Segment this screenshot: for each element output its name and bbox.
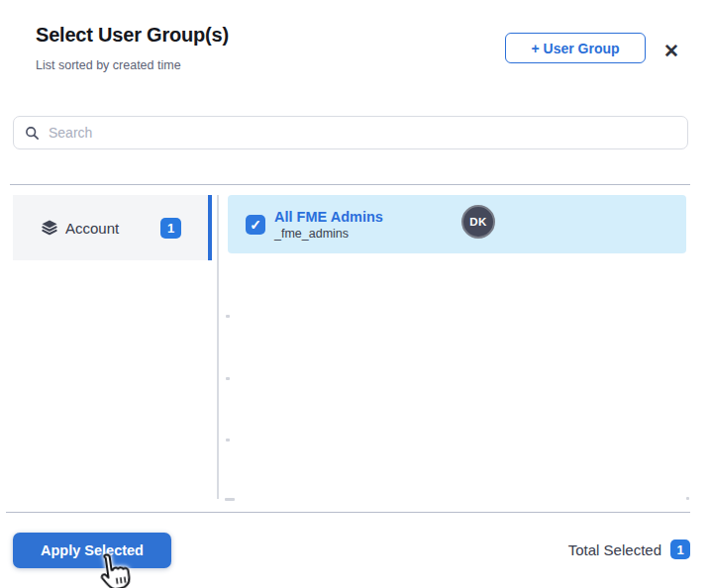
- apply-selected-button[interactable]: Apply Selected: [13, 533, 171, 568]
- sidebar-item-label: Account: [65, 220, 119, 237]
- group-checkbox[interactable]: ✓: [246, 215, 265, 235]
- total-selected: Total Selected 1: [568, 539, 690, 559]
- close-icon: ✕: [663, 42, 679, 60]
- page-title: Select User Group(s): [36, 24, 229, 47]
- total-selected-label: Total Selected: [568, 541, 661, 558]
- search-icon: [25, 126, 40, 141]
- panel-divider: [217, 195, 219, 499]
- group-name: All FME Admins: [274, 209, 383, 225]
- select-user-group-modal: Select User Group(s) List sorted by crea…: [0, 0, 711, 588]
- layers-icon: [40, 218, 59, 238]
- avatar: DK: [461, 205, 495, 239]
- list-artifact-dot: [226, 315, 230, 318]
- sort-subtitle: List sorted by created time: [36, 58, 181, 72]
- list-artifact-dot: [226, 377, 230, 380]
- add-user-group-button[interactable]: + User Group: [505, 33, 646, 63]
- footer-divider: [6, 512, 690, 513]
- sidebar-item-account[interactable]: Account 1: [13, 195, 208, 260]
- group-list-item[interactable]: ✓ All FME Admins _fme_admins DK: [228, 195, 686, 253]
- list-artifact-dot: [225, 498, 235, 501]
- search-input[interactable]: [49, 117, 643, 148]
- group-id: _fme_admins: [274, 227, 383, 241]
- sidebar-count-badge: 1: [160, 218, 181, 239]
- search-box[interactable]: [13, 116, 688, 149]
- list-artifact-dot: [686, 497, 689, 500]
- header-divider: [10, 184, 690, 185]
- list-artifact-dot: [226, 439, 230, 441]
- sidebar-active-indicator: [208, 195, 212, 260]
- check-icon: ✓: [250, 218, 261, 232]
- total-selected-badge: 1: [670, 539, 690, 559]
- close-button[interactable]: ✕: [659, 38, 684, 63]
